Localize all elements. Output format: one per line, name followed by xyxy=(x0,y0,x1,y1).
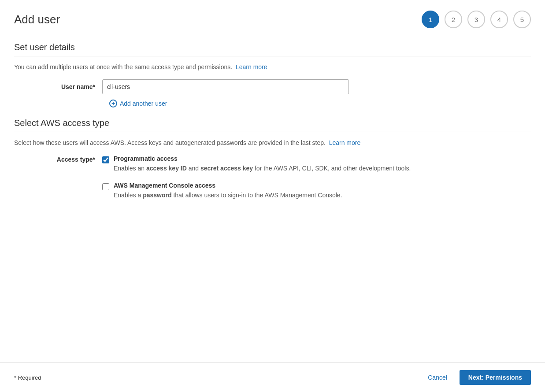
main-content: Add user 1 2 3 4 5 Set user details You … xyxy=(0,0,545,362)
console-access-content: AWS Management Console access Enables a … xyxy=(114,182,342,200)
cancel-button[interactable]: Cancel xyxy=(423,370,452,385)
user-name-row: User name* xyxy=(14,79,531,94)
step-1[interactable]: 1 xyxy=(422,11,439,28)
select-access-type-section: Select AWS access type Select how these … xyxy=(14,118,531,200)
plus-circle-icon: + xyxy=(109,100,117,107)
user-name-input[interactable] xyxy=(102,79,349,94)
user-name-label: User name* xyxy=(14,83,102,90)
section-divider-1 xyxy=(14,56,531,56)
console-access-desc: Enables a password that allows users to … xyxy=(114,191,342,200)
set-user-details-title: Set user details xyxy=(14,42,531,52)
set-user-details-section: Set user details You can add multiple us… xyxy=(14,42,531,107)
console-access-title: AWS Management Console access xyxy=(114,182,342,189)
section-divider-2 xyxy=(14,132,531,132)
step-indicators: 1 2 3 4 5 xyxy=(422,11,531,28)
step-2[interactable]: 2 xyxy=(445,11,462,28)
next-permissions-button[interactable]: Next: Permissions xyxy=(460,370,531,385)
add-another-user-row: + Add another user xyxy=(109,100,531,107)
select-access-type-learn-more[interactable]: Learn more xyxy=(329,139,361,146)
programmatic-access-option: Programmatic access Enables an access ke… xyxy=(102,155,411,173)
step-4[interactable]: 4 xyxy=(490,11,508,28)
programmatic-access-content: Programmatic access Enables an access ke… xyxy=(114,155,411,173)
set-user-details-learn-more[interactable]: Learn more xyxy=(236,63,267,70)
set-user-details-description: You can add multiple users at once with … xyxy=(14,63,531,70)
console-access-option: AWS Management Console access Enables a … xyxy=(102,182,411,200)
console-access-checkbox[interactable] xyxy=(102,183,109,190)
footer-actions: Cancel Next: Permissions xyxy=(423,370,531,385)
add-another-user-label: Add another user xyxy=(120,100,167,107)
programmatic-access-desc: Enables an access key ID and secret acce… xyxy=(114,164,411,173)
required-note: * Required xyxy=(14,374,41,381)
step-3[interactable]: 3 xyxy=(467,11,485,28)
select-access-type-title: Select AWS access type xyxy=(14,118,531,128)
access-options: Programmatic access Enables an access ke… xyxy=(102,155,411,200)
add-another-user-button[interactable]: + Add another user xyxy=(109,100,167,107)
programmatic-access-title: Programmatic access xyxy=(114,155,411,162)
footer: * Required Cancel Next: Permissions xyxy=(0,362,545,392)
step-5[interactable]: 5 xyxy=(513,11,531,28)
page-title: Add user xyxy=(14,13,60,26)
page-container: Add user 1 2 3 4 5 Set user details You … xyxy=(0,0,545,392)
access-type-label: Access type* xyxy=(14,155,102,163)
header-row: Add user 1 2 3 4 5 xyxy=(14,11,531,28)
select-access-type-description: Select how these users will access AWS. … xyxy=(14,139,531,146)
access-type-row: Access type* Programmatic access Enables… xyxy=(14,155,531,200)
programmatic-access-checkbox[interactable] xyxy=(102,156,109,163)
